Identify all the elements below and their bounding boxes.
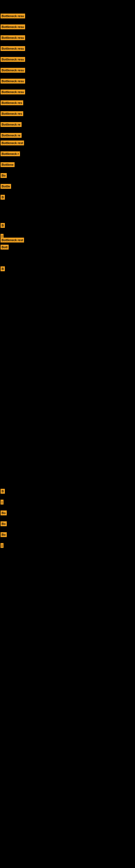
bottleneck-label: B (1, 267, 5, 271)
bottleneck-row: Bo (1, 520, 7, 528)
bottleneck-label: Bottleneck res (1, 100, 23, 105)
bottleneck-row: | (1, 541, 3, 550)
bottleneck-row: Bott (1, 243, 9, 251)
bottleneck-label: Bo (1, 510, 7, 516)
bottleneck-row: Bo (1, 172, 7, 180)
bottleneck-label: B (1, 195, 5, 199)
bottleneck-label: Bottleneck resu (1, 13, 25, 19)
bottleneck-row: Bottleneck resu (1, 23, 25, 31)
bottleneck-label: Bott (1, 245, 9, 250)
bottleneck-label: Bottleneck re (1, 122, 21, 127)
bottleneck-label: Bottleneck r (1, 151, 20, 156)
bottleneck-label: Bo (1, 173, 7, 178)
bottleneck-row: B (1, 193, 5, 201)
bottleneck-row: Bottleneck resu (1, 88, 25, 96)
bottleneck-label: B (1, 223, 5, 228)
bottleneck-row: Bottleneck res (1, 99, 23, 107)
bottleneck-label: | (1, 500, 3, 504)
bottleneck-label: Bottleneck resu (1, 90, 25, 94)
bottleneck-row: Bottleneck resu (1, 55, 25, 63)
bottleneck-row: B (1, 221, 5, 229)
bottleneck-label: Bottleneck re (1, 133, 21, 138)
bottleneck-label: Bo (1, 521, 7, 526)
site-title (0, 0, 135, 4)
bottleneck-row: Bottleneck resu (1, 34, 25, 42)
bottleneck-row: | (1, 498, 3, 506)
bottleneck-label: Bottlene (1, 162, 14, 167)
bottleneck-label: Bottleneck resu (1, 57, 25, 62)
bottleneck-label: Bottle (1, 184, 11, 189)
bottleneck-row: Bottleneck resu (1, 77, 25, 85)
bottleneck-row: Bottleneck res (1, 110, 23, 118)
bottleneck-label: Bottleneck resu (1, 46, 25, 51)
bottleneck-label: Bottleneck rest (1, 141, 24, 145)
bottleneck-row: Bo (1, 531, 7, 539)
bottleneck-row: Bottleneck resu (1, 66, 25, 74)
bottleneck-label: Bottleneck rest (1, 238, 24, 243)
bottleneck-row: B (1, 265, 5, 273)
bottleneck-row: Bottleneck re (1, 120, 21, 129)
bottleneck-row: Bottleneck r (1, 150, 20, 158)
bottleneck-row: Bo (1, 509, 7, 517)
bottleneck-label: Bottleneck resu (1, 79, 25, 84)
bottleneck-label: B (1, 489, 5, 494)
bottleneck-label: | (1, 543, 3, 548)
bottleneck-label: Bottleneck resu (1, 35, 25, 40)
bottleneck-label: Bottleneck resu (1, 68, 25, 73)
bottleneck-label: Bottleneck resu (1, 24, 25, 29)
bottleneck-row: Bottleneck re (1, 131, 21, 140)
bottleneck-row: Bottle (1, 182, 11, 190)
bottleneck-row: Bottleneck resu (1, 44, 25, 53)
bottleneck-label: Bottleneck res (1, 111, 23, 116)
bottleneck-row: Bottleneck resu (1, 12, 25, 20)
bottleneck-label: Bo (1, 532, 7, 537)
bottleneck-row: B (1, 487, 5, 495)
bottleneck-row: Bottlene (1, 161, 14, 169)
bottleneck-row: Bottleneck rest (1, 139, 24, 147)
